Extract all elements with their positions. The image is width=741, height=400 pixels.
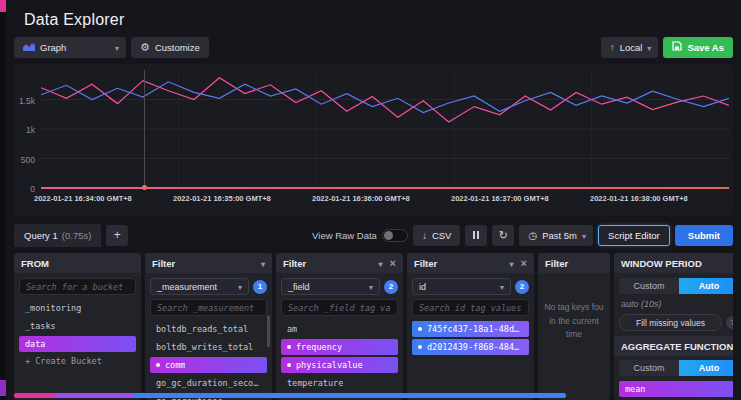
page-title: Data Explorer bbox=[24, 11, 741, 29]
tag-value-item[interactable]: comm bbox=[150, 357, 267, 373]
visualization-toolbar: Graph Customize Local Save As bbox=[14, 36, 733, 58]
plot-area[interactable] bbox=[41, 70, 729, 188]
script-editor-button[interactable]: Script Editor bbox=[598, 225, 670, 246]
tag-value-item[interactable]: boltdb_writes_total bbox=[150, 339, 267, 355]
bucket-list: _monitoring _tasks data bbox=[19, 299, 136, 353]
selected-count-badge: 2 bbox=[515, 280, 529, 294]
window-custom-option[interactable]: Custom bbox=[619, 278, 679, 294]
refresh-icon bbox=[499, 229, 508, 242]
window-period-header: WINDOW PERIOD bbox=[614, 253, 733, 273]
chevron-down-icon bbox=[369, 282, 373, 292]
window-period-toggle: Custom Auto bbox=[619, 278, 733, 294]
query-bar: Query 1 (0.75s) View Raw Data CSV Past 5… bbox=[14, 223, 733, 247]
chevron-down-icon[interactable] bbox=[261, 258, 265, 269]
tag-value-item[interactable]: temperature bbox=[281, 375, 398, 391]
submit-label: Submit bbox=[688, 230, 720, 241]
tag-value-item[interactable]: d2012439-f868-4842-bfef-8… bbox=[412, 339, 529, 355]
tag-value-item[interactable]: physicalvalue bbox=[281, 357, 398, 373]
filter-panel-header: Filter bbox=[276, 253, 403, 273]
horizontal-scrollbar[interactable] bbox=[14, 393, 566, 398]
close-icon[interactable] bbox=[390, 257, 396, 269]
csv-download-button[interactable]: CSV bbox=[413, 225, 461, 246]
tag-value-item[interactable]: frequency bbox=[281, 339, 398, 355]
chevron-down-icon bbox=[500, 282, 504, 292]
query-duration: (0.75s) bbox=[62, 230, 92, 241]
x-tick-label: 2022-01-21 16:38:00 GMT+8 bbox=[590, 194, 729, 203]
y-tick-label: 0 bbox=[11, 184, 35, 194]
selected-dot bbox=[156, 363, 160, 367]
filter-panel-field: Filter _field 2 bbox=[276, 253, 403, 400]
selected-dot bbox=[287, 345, 291, 349]
tag-key-label: _field bbox=[288, 282, 310, 292]
filter-panel-title: Filter bbox=[152, 258, 175, 269]
clock-icon bbox=[528, 230, 537, 241]
selected-dot bbox=[418, 327, 422, 331]
aggregate-custom-option[interactable]: Custom bbox=[619, 360, 679, 376]
tag-value-search-input[interactable] bbox=[412, 299, 529, 316]
filter-panel-header: Filter bbox=[407, 253, 534, 273]
data-explorer-page: Data Explorer Graph Customize Local bbox=[6, 0, 741, 400]
bucket-list-item[interactable]: data bbox=[19, 336, 136, 352]
chevron-down-icon bbox=[647, 42, 651, 53]
tag-value-search-input[interactable] bbox=[281, 299, 398, 316]
x-axis-labels: 2022-01-21 16:34:00 GMT+8 2022-01-21 16:… bbox=[34, 194, 729, 203]
local-dropdown[interactable]: Local bbox=[601, 37, 659, 58]
tag-value-item[interactable]: go_gc_duration_seconds bbox=[150, 375, 267, 391]
x-axis-line bbox=[41, 187, 729, 189]
empty-filter-line1: No tag keys fou bbox=[542, 301, 606, 315]
view-type-dropdown[interactable]: Graph bbox=[14, 37, 126, 58]
scrollbar[interactable] bbox=[267, 315, 270, 347]
tag-value-item[interactable]: am bbox=[281, 321, 398, 337]
y-tick-label: 500 bbox=[11, 155, 35, 165]
bucket-list-item[interactable]: _monitoring bbox=[19, 300, 136, 316]
save-icon bbox=[672, 41, 682, 53]
tag-key-dropdown[interactable]: id bbox=[412, 278, 511, 295]
tag-value-item[interactable]: 745fc437-18a1-48d7-98a6-7… bbox=[412, 321, 529, 337]
time-range-dropdown[interactable]: Past 5m bbox=[519, 225, 593, 246]
save-as-button[interactable]: Save As bbox=[663, 37, 733, 58]
query-tab[interactable]: Query 1 (0.75s) bbox=[14, 224, 101, 247]
empty-filter-line2: in the current time bbox=[542, 315, 606, 342]
chevron-down-icon[interactable] bbox=[379, 258, 383, 269]
aggregate-function-list: mean median last bbox=[619, 380, 733, 400]
filter-panel-measurement: Filter _measurement 1 bbox=[145, 253, 272, 400]
fill-missing-values-toggle[interactable]: Fill missing values bbox=[619, 314, 722, 331]
add-query-button[interactable] bbox=[106, 225, 128, 246]
tag-key-dropdown[interactable]: _measurement bbox=[150, 278, 249, 295]
aggregate-function-item[interactable]: mean bbox=[619, 381, 733, 397]
tag-key-dropdown[interactable]: _field bbox=[281, 278, 380, 295]
view-raw-data-toggle[interactable] bbox=[382, 229, 408, 242]
aggregate-auto-option[interactable]: Auto bbox=[679, 360, 733, 376]
customize-button[interactable]: Customize bbox=[131, 37, 209, 58]
close-icon[interactable] bbox=[521, 257, 527, 269]
create-bucket-button[interactable]: + Create Bucket bbox=[19, 353, 136, 369]
submit-button[interactable]: Submit bbox=[675, 225, 733, 246]
pause-button[interactable] bbox=[465, 225, 487, 246]
refresh-button[interactable] bbox=[492, 225, 514, 246]
tag-value-list: am frequency physicalvalue bbox=[281, 320, 398, 392]
tag-value-list: boltdb_reads_total boltdb_writes_total c… bbox=[150, 320, 267, 400]
aggregate-toggle: Custom Auto bbox=[619, 360, 733, 376]
pause-icon bbox=[473, 231, 479, 239]
empty-filter-message: No tag keys fou in the current time bbox=[538, 273, 610, 370]
aggregate-function-title: AGGREGATE FUNCTION bbox=[621, 341, 733, 352]
view-type-label: Graph bbox=[40, 42, 66, 53]
help-icon[interactable]: ? bbox=[726, 316, 733, 329]
tag-value-search-input[interactable] bbox=[150, 299, 267, 316]
selected-dot bbox=[418, 345, 422, 349]
toggle-knob bbox=[384, 231, 393, 240]
query-tab-label: Query 1 bbox=[24, 230, 58, 241]
selected-count-badge: 2 bbox=[384, 280, 398, 294]
filter-panel-title: Filter bbox=[283, 258, 306, 269]
bucket-list-item[interactable]: _tasks bbox=[19, 318, 136, 334]
aggregate-function-header: AGGREGATE FUNCTION bbox=[614, 336, 733, 356]
selected-count-badge: 1 bbox=[253, 280, 267, 294]
tag-value-item[interactable]: boltdb_reads_total bbox=[150, 321, 267, 337]
window-period-sidebar: WINDOW PERIOD Custom Auto auto (10s) Fil… bbox=[614, 253, 733, 400]
from-panel-title: FROM bbox=[21, 258, 49, 269]
window-auto-value: auto (10s) bbox=[619, 298, 733, 314]
chevron-down-icon[interactable] bbox=[510, 258, 514, 269]
y-tick-label: 1k bbox=[11, 125, 35, 135]
bucket-search-input[interactable] bbox=[19, 278, 136, 295]
window-auto-option[interactable]: Auto bbox=[679, 278, 733, 294]
